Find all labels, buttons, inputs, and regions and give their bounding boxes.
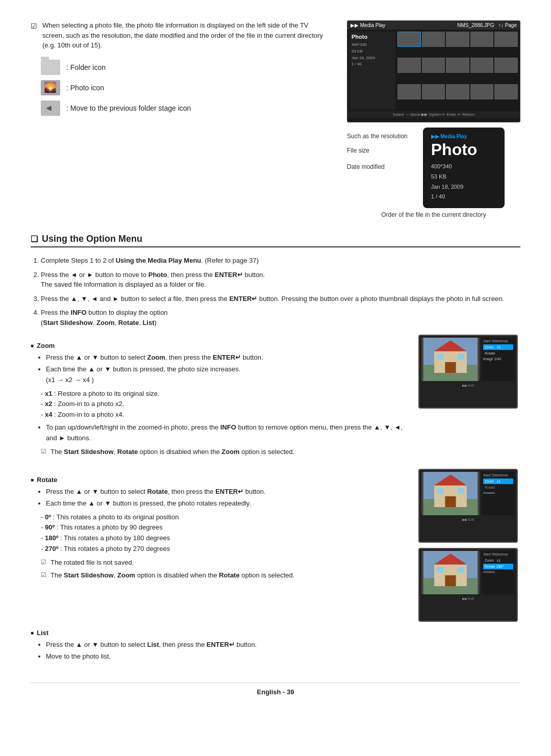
mp-thumb (494, 58, 518, 73)
zoom-header: Zoom (31, 342, 408, 349)
tv-menu-zoom: Zoom x1 (483, 344, 513, 350)
rotate-sub-bullets: 0º : This rotates a photo to its origina… (41, 512, 408, 555)
zoom-sub-1: x1 : Restore a photo to its original siz… (41, 389, 408, 399)
section-title: Using the Option Menu (31, 234, 520, 247)
media-play-badge: ▶▶ Media Play (431, 134, 496, 139)
house-svg-2 (421, 472, 480, 515)
tv-menu-title-1: Start Slideshow (483, 339, 513, 343)
mp-thumb (422, 58, 445, 73)
mp-thumb (470, 58, 494, 73)
icon-legend: : Folder icon : Photo icon : Move to the… (41, 60, 332, 116)
rotate-header: Rotate (31, 476, 408, 484)
media-play-badge-text: ▶▶ Media Play (431, 134, 467, 139)
list-bullet-1: Press the ▲ or ▼ button to select List, … (46, 640, 520, 650)
photo-big-title: Photo (431, 141, 496, 158)
mp-thumb (397, 84, 421, 99)
svg-rect-12 (437, 488, 443, 494)
zoom-bullet-2: Each time the ▲ or ▼ button is pressed, … (46, 364, 408, 386)
svg-rect-20 (458, 567, 464, 573)
zoom-sub-2: x2 : Zoom-in to a photo x2. (41, 399, 408, 410)
info-diagram: Such as the resolution File size Date mo… (347, 128, 520, 218)
zoom-row: Zoom Press the ▲ or ▼ button to select Z… (31, 335, 520, 464)
svg-rect-11 (445, 496, 456, 507)
mp-thumb (446, 84, 469, 99)
mp-thumb (422, 32, 445, 47)
tv-photo-2 (421, 472, 480, 515)
list-header: List (31, 629, 520, 637)
top-note-text: When selecting a photo file, the photo f… (42, 20, 332, 51)
tv-screenshot-3: Start Slideshow Zoom x1 Rotate 180º Amst… (418, 548, 518, 622)
media-play-screenshot: ▶▶ Media Play NMS_2886.JPG ↑↓ Page Photo… (347, 20, 520, 122)
photo-icon-row: : Photo icon (41, 80, 332, 95)
mp-thumb (494, 84, 518, 99)
rotate-bullet-1: Press the ▲ or ▼ button to select Rotate… (46, 487, 408, 497)
page-footer: English - 39 (31, 683, 520, 696)
mp-thumb (422, 84, 445, 99)
rotate-screenshot-col: Start Slideshow Zoom x1 Rotate Amsterd..… (418, 469, 520, 622)
zoom-pan-bullet: To pan up/down/left/right in the zoomed-… (46, 422, 408, 444)
mp-thumb (397, 58, 421, 73)
filesize-label: File size (347, 147, 408, 154)
tv-footer-1: ▶▶ Exit (421, 383, 515, 389)
resolution-label: Such as the resolution (347, 133, 408, 140)
mp-thumbnails (397, 32, 518, 109)
tv-main-1: Start Slideshow Zoom x1 Rotate Image 1/4… (421, 338, 515, 381)
step-2: Press the ◄ or ► button to move to Photo… (41, 270, 520, 290)
mp-header: ▶▶ Media Play NMS_2886.JPG ↑↓ Page (347, 21, 520, 30)
tv-menu-zoom-2: Zoom x1 (483, 478, 513, 484)
zoom-pan-note: To pan up/down/left/right in the zoomed-… (46, 422, 408, 444)
mp-info: 400*34053 KBJan 18, 20091 / 40 (352, 42, 393, 68)
photo-size: 53 KB (431, 173, 446, 180)
svg-rect-6 (458, 354, 464, 360)
rotate-sub-270: 270º : This rotates a photo by 270 degre… (41, 544, 408, 555)
tv-screenshot-2: Start Slideshow Zoom x1 Rotate Amsterd..… (418, 469, 518, 543)
left-content: ☑ When selecting a photo file, the photo… (31, 20, 332, 218)
tv-footer-3: ▶▶ Exit (421, 596, 515, 602)
mp-header-right: NMS_2886.JPG ↑↓ Page (457, 22, 517, 28)
tv-image-size-3: Amsterd... (483, 570, 513, 573)
tv-menu-title-2: Start Slideshow (483, 473, 513, 477)
mp-thumb (470, 84, 494, 99)
prev-folder-icon (41, 100, 60, 116)
folder-icon-row: : Folder icon (41, 60, 332, 75)
list-section: List Press the ▲ or ▼ button to select L… (31, 629, 520, 662)
steps-list: Complete Steps 1 to 2 of Using the Media… (41, 256, 520, 327)
tv-footer-2: ▶▶ Exit (421, 517, 515, 523)
zoom-note-text: The Start Slideshow, Rotate option is di… (51, 447, 294, 457)
tv-menu-rotate: Rotate (483, 350, 513, 356)
svg-rect-5 (437, 354, 443, 360)
tv-image-size-2: Amsterd... (483, 491, 513, 494)
mp-footer: Select ↔ Move ▶▶ Option ↵ Enter ↩ Return (347, 111, 520, 118)
house-svg-3 (421, 551, 480, 594)
note-sym: ☑ (41, 447, 46, 457)
rotate-section: Rotate Press the ▲ or ▼ button to select… (31, 476, 408, 581)
right-content: ▶▶ Media Play NMS_2886.JPG ↑↓ Page Photo… (347, 20, 520, 218)
svg-rect-13 (458, 488, 464, 494)
zoom-bullet-1: Press the ▲ or ▼ button to select Zoom, … (46, 352, 408, 363)
svg-rect-18 (445, 575, 456, 586)
zoom-section: Zoom Press the ▲ or ▼ button to select Z… (31, 342, 408, 457)
rotate-bullets: Press the ▲ or ▼ button to select Rotate… (46, 487, 408, 509)
tv-menu-3: Start Slideshow Zoom x1 Rotate 180º Amst… (482, 551, 515, 594)
list-bullets: Press the ▲ or ▼ button to select List, … (46, 640, 520, 662)
photo-date: Jan 18, 2009 (431, 184, 464, 190)
mp-thumb (470, 32, 494, 47)
date-label: Date modified (347, 163, 408, 170)
prev-icon-row: : Move to the previous folder stage icon (41, 100, 332, 116)
zoom-text: Zoom Press the ▲ or ▼ button to select Z… (31, 335, 408, 464)
rotate-sub-90: 90º : This rotates a photo by 90 degrees (41, 522, 408, 533)
step-4: Press the INFO button to display the opt… (41, 308, 520, 327)
mp-header-left: ▶▶ Media Play (350, 22, 385, 28)
photo-info-box: ▶▶ Media Play Photo 400*340 53 KB Jan 18… (423, 128, 505, 208)
order-label: Order of the file in the current directo… (381, 211, 486, 218)
note-sym-3: ☑ (41, 570, 46, 581)
tv-inner-2: Start Slideshow Zoom x1 Rotate Amsterd..… (419, 470, 517, 542)
photo-order: 1 / 40 (431, 193, 445, 199)
zoom-note: ☑ The Start Slideshow, Rotate option is … (41, 447, 408, 457)
mp-thumb (446, 58, 469, 73)
note-sym-2: ☑ (41, 558, 46, 568)
top-section: ☑ When selecting a photo file, the photo… (31, 20, 520, 218)
tv-menu-zoom-3: Zoom x1 (483, 558, 513, 563)
tv-menu-1: Start Slideshow Zoom x1 Rotate Image 1/4… (482, 338, 515, 381)
svg-rect-4 (445, 362, 456, 373)
